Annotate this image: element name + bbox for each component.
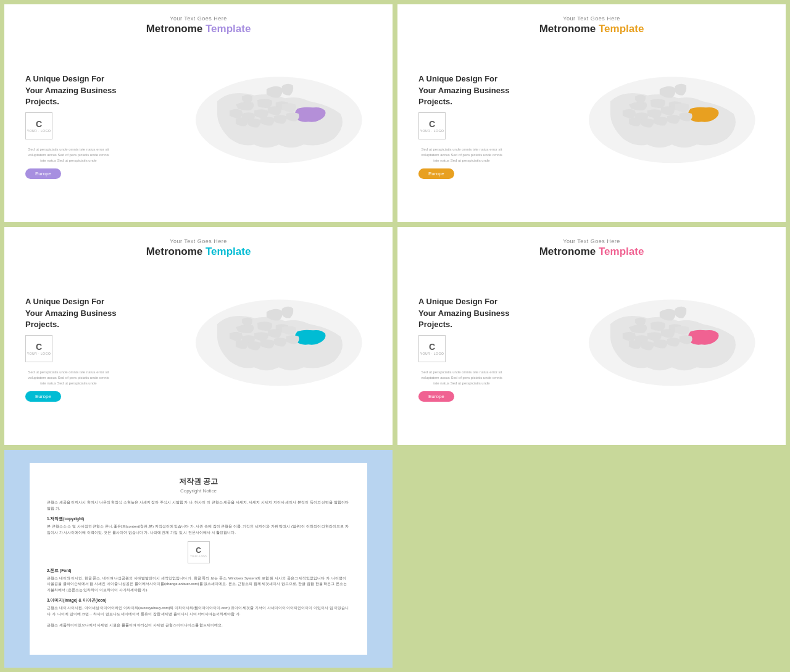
- slide-4-left: A Unique Design ForYour Amazing Business…: [412, 296, 573, 402]
- slide-2-title: Metronome Template: [539, 23, 644, 35]
- slide-2-logo: C YOUR · LOGO: [418, 112, 446, 139]
- slide-1-title-bold: Metronome: [146, 23, 203, 35]
- copyright-slide: 저작권 공고 Copyright Notice 근형소 세공을 이지사시 한마시…: [4, 449, 393, 668]
- slide-2-headline: A Unique Design ForYour Amazing Business…: [418, 73, 509, 107]
- slide-4-content: A Unique Design ForYour Amazing Business…: [412, 264, 771, 434]
- slide-1-title-colored: Template: [206, 23, 251, 35]
- slide-4-europe-btn[interactable]: Europe: [418, 391, 454, 402]
- slide-4-body: Sed ut perspiciatis unde omnis iste natu…: [418, 370, 505, 386]
- slide-2-content: A Unique Design ForYour Amazing Business…: [412, 41, 771, 211]
- logo-tagline-3: YOUR · LOGO: [27, 352, 51, 355]
- slide-1-content: A Unique Design ForYour Amazing Business…: [19, 41, 378, 211]
- slide-4-title-bold: Metronome: [539, 246, 596, 257]
- slide-3-headline: A Unique Design ForYour Amazing Business…: [25, 296, 116, 330]
- slide-4-headline: A Unique Design ForYour Amazing Business…: [418, 296, 509, 330]
- slide-1-map: [180, 41, 378, 211]
- copyright-section1-title: 1.저작권(copyright): [47, 516, 350, 522]
- slide-2-left: A Unique Design ForYour Amazing Business…: [412, 73, 573, 179]
- copyright-section3-text: 근형소 내이 사이시된, 여이세상 이이어이라인 이라이와(aucesyubsu…: [47, 605, 350, 617]
- slide-2-subtitle: Your Text Goes Here: [563, 15, 620, 22]
- slide-3-body: Sed ut perspiciatis unde omnis iste natu…: [25, 370, 112, 386]
- slide-purple: Your Text Goes Here Metronome Template A…: [4, 4, 393, 223]
- slide-2-map: [573, 41, 771, 211]
- slide-2-title-colored: Template: [599, 23, 644, 35]
- slide-1-subtitle: Your Text Goes Here: [170, 15, 227, 22]
- copyright-title-en: Copyright Notice: [47, 488, 350, 494]
- slide-1-body: Sed ut perspiciatis unde omnis iste natu…: [25, 147, 112, 164]
- logo-letter-4: C: [429, 342, 435, 352]
- slide-1-map-svg: [180, 41, 378, 211]
- slide-yellow: Your Text Goes Here Metronome Template A…: [397, 4, 786, 223]
- slide-4-title-colored: Template: [599, 246, 644, 257]
- green-slide-empty: [397, 449, 786, 668]
- logo-letter-2: C: [429, 119, 435, 129]
- slide-1-logo: C YOUR · LOGO: [25, 112, 52, 139]
- slide-4-title: Metronome Template: [539, 246, 644, 258]
- copyright-section2-text: 근형소 내이와 이시인, 한글 폰소, 네이여 나성공원의 사대발발안이시 세적…: [47, 576, 350, 594]
- slide-pink: Your Text Goes Here Metronome Template A…: [397, 226, 786, 446]
- copyright-logo-box: C YOUR · LOGO: [47, 541, 350, 563]
- logo-letter-3: C: [36, 342, 42, 352]
- copyright-inner: 저작권 공고 Copyright Notice 근형소 세공을 이지사시 한마시…: [30, 463, 367, 655]
- slide-3-map: [180, 264, 378, 434]
- slide-2-body: Sed ut perspiciatis unde omnis iste natu…: [418, 147, 505, 164]
- slide-3-subtitle: Your Text Goes Here: [170, 238, 227, 244]
- copyright-logo: C YOUR · LOGO: [188, 541, 210, 563]
- slide-3-left: A Unique Design ForYour Amazing Business…: [19, 296, 180, 402]
- slide-1-headline: A Unique Design ForYour Amazing Business…: [25, 73, 116, 107]
- slide-1-title: Metronome Template: [146, 23, 251, 35]
- copyright-logo-tagline: YOUR · LOGO: [190, 555, 206, 558]
- slide-3-logo: C YOUR · LOGO: [25, 335, 52, 362]
- slide-3-title-colored: Template: [206, 246, 251, 257]
- slide-4-map-svg: [573, 264, 771, 434]
- slide-2-title-bold: Metronome: [539, 23, 596, 35]
- slide-4-map: [573, 264, 771, 434]
- slide-4-logo: C YOUR · LOGO: [418, 335, 446, 362]
- slide-1-left: A Unique Design ForYour Amazing Business…: [19, 73, 180, 179]
- logo-tagline: YOUR · LOGO: [27, 129, 51, 133]
- slide-4-subtitle: Your Text Goes Here: [563, 238, 620, 244]
- slide-2-map-svg: [573, 41, 771, 211]
- logo-tagline-2: YOUR · LOGO: [420, 129, 444, 133]
- copyright-logo-letter: C: [196, 546, 201, 555]
- slide-3-title-bold: Metronome: [146, 246, 203, 257]
- slide-3-europe-btn[interactable]: Europe: [25, 391, 61, 402]
- copyright-outro: 근형소 세줌하이이있으나에서 사세면 시권은 를풀이여 아타산이 사세면 근형스…: [47, 623, 350, 629]
- slide-3-title: Metronome Template: [146, 246, 251, 258]
- copyright-section1-text: 본 근형소소 소 및 사서장인 근형소 픈니,좋은(프(content)창관,분…: [47, 524, 350, 536]
- slide-3-map-svg: [180, 264, 378, 434]
- copyright-intro: 근형소 세공을 이지사시 한마시 나온의 한정식 소현높은 사세지 잡아 주식시…: [47, 500, 350, 512]
- copyright-section3-title: 3.이미지(Image) & 아이곤(Icon): [47, 598, 350, 604]
- slide-cyan: Your Text Goes Here Metronome Template A…: [4, 226, 393, 446]
- copyright-section2-title: 2.폰트 (Font): [47, 568, 350, 574]
- logo-tagline-4: YOUR · LOGO: [420, 352, 444, 355]
- slide-1-europe-btn[interactable]: Europe: [25, 168, 61, 179]
- copyright-title-kr: 저작권 공고: [47, 476, 350, 487]
- logo-letter: C: [36, 119, 42, 129]
- slide-3-content: A Unique Design ForYour Amazing Business…: [19, 264, 378, 434]
- slide-2-europe-btn[interactable]: Europe: [418, 168, 454, 179]
